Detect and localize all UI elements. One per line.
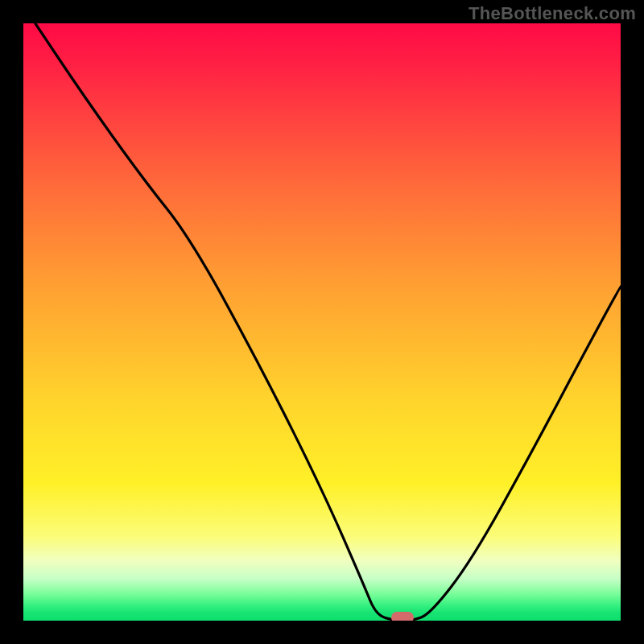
plot-area bbox=[23, 23, 621, 621]
watermark-text: TheBottleneck.com bbox=[469, 3, 636, 24]
optimal-point-marker bbox=[391, 612, 414, 621]
bottleneck-curve bbox=[23, 23, 621, 621]
chart-frame: TheBottleneck.com bbox=[0, 0, 644, 644]
